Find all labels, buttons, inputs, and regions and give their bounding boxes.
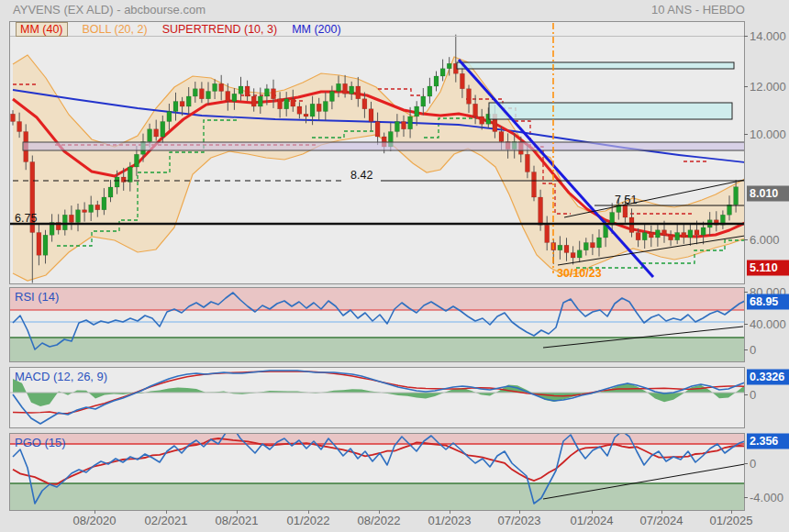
x-axis-label: 07/2024 [640, 514, 683, 527]
rsi-panel[interactable] [9, 287, 745, 362]
pgo-chart-svg[interactable] [10, 434, 744, 510]
x-axis-label: 01/2023 [428, 514, 472, 527]
price-badge: 8.010 [747, 186, 789, 202]
macd-chart-svg[interactable] [10, 368, 744, 427]
y-axis-label: 0 [750, 457, 756, 471]
pgo-value-badge: 2.356 [747, 434, 789, 449]
x-axis-label: 01/2025 [710, 514, 753, 527]
y-axis-label: 10.000 [750, 127, 786, 141]
price-level-label: 7.51 [615, 194, 637, 206]
pgo-label: PGO (15) [15, 436, 66, 449]
price-badge: 5.110 [747, 260, 789, 276]
resistance-box-cyan [457, 62, 734, 69]
macd-label: MACD (12, 26, 9) [15, 370, 107, 383]
indicator-legend: MM (40)BOLL (20, 2)SUPERTREND (10, 3)MM … [10, 22, 744, 37]
y-axis-label: 12.000 [750, 80, 786, 94]
x-axis-label: 08/2021 [216, 514, 259, 527]
legend-item-1: BOLL (20, 2) [83, 23, 148, 36]
price-level-label: 8.42 [350, 169, 372, 182]
macd-panel[interactable] [9, 367, 745, 428]
x-axis-label: 01/2022 [287, 514, 330, 527]
price-level-label: 6.75 [15, 212, 37, 225]
y-axis-label: 0 [750, 343, 756, 357]
y-axis-label: 6.000 [750, 233, 780, 247]
y-axis-label: 14.000 [750, 29, 786, 43]
legend-item-0: MM (40) [16, 22, 68, 37]
resistance-band-purple [23, 142, 744, 150]
x-axis-label: 07/2023 [498, 514, 541, 527]
y-axis-label: 0 [750, 388, 756, 402]
rsi-label: RSI (14) [15, 290, 59, 304]
resistance-box-cyan [489, 103, 732, 119]
main-price-panel[interactable] [9, 21, 745, 284]
event-date-label: 30/10/23 [557, 267, 602, 280]
y-axis-label: 40.000 [750, 317, 786, 331]
macd-value-badge: 0.3326 [747, 370, 789, 385]
x-axis-label: 01/2024 [571, 514, 614, 527]
x-axis-label: 08/2020 [73, 514, 117, 527]
main-chart-svg[interactable] [10, 22, 744, 283]
x-axis-label: 08/2022 [358, 514, 401, 527]
legend-item-3: MM (200) [292, 23, 340, 36]
y-axis-label: -4.000 [750, 491, 783, 504]
chart-page: AYVENS (EX ALD) - abcbourse.com 10 ANS -… [0, 0, 789, 532]
timeframe-label: 10 ANS - HEBDO [651, 3, 745, 17]
rsi-value-badge: 68.95 [747, 294, 789, 310]
legend-item-2: SUPERTREND (10, 3) [162, 23, 278, 36]
pgo-panel[interactable] [9, 433, 745, 511]
page-title: AYVENS (EX ALD) - abcbourse.com [13, 3, 206, 17]
rsi-chart-svg[interactable] [10, 288, 744, 361]
x-axis-label: 02/2021 [145, 514, 188, 527]
